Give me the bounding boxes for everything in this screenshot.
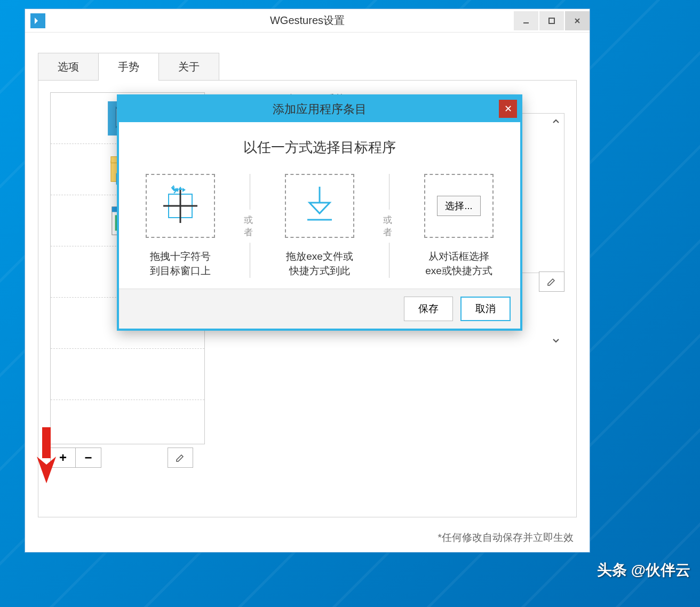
add-app-dialog: 添加应用程序条目 ✕ 以任一方式选择目标程序 [117,94,522,331]
watermark-text: 头条 @伙伴云 [597,560,690,580]
method2-text: 拖放exe文件或 快捷方式到此 [269,250,370,278]
edit-gesture-button[interactable] [539,271,564,292]
method3-text: 从对话框选择 exe或快捷方式 [408,250,510,278]
remove-app-button[interactable]: − [76,448,101,468]
settings-window: WGestures设置 选项 手势 关于 [25,9,590,553]
annotation-arrow-icon [30,422,62,486]
svg-rect-14 [42,427,51,458]
tab-options[interactable]: 选项 [38,53,99,81]
tab-gestures[interactable]: 手势 [98,53,159,81]
exe-drop-zone[interactable] [285,174,354,238]
method1-text: 拖拽十字符号 到目标窗口上 [130,250,231,278]
divider: 或者 [244,174,257,278]
browse-zone: 选择... [424,174,494,238]
svg-marker-20 [182,188,186,192]
dialog-title: 添加应用程序条目 [273,101,367,117]
footer-note: *任何修改自动保存并立即生效 [438,531,574,545]
window-title: WGestures设置 [25,13,590,28]
app-item-empty[interactable] [51,400,204,444]
tab-bar: 选项 手势 关于 [38,53,577,81]
tab-about[interactable]: 关于 [158,53,219,81]
dialog-heading: 以任一方式选择目标程序 [130,138,510,157]
browse-button[interactable]: 选择... [437,196,480,216]
dialog-close-button[interactable]: ✕ [499,100,517,118]
divider: 或者 [383,174,396,278]
app-item-empty[interactable] [51,349,204,400]
method-browse: 选择... 从对话框选择 exe或快捷方式 [408,174,510,278]
titlebar: WGestures设置 [25,9,590,33]
cancel-button[interactable]: 取消 [460,297,511,321]
scroll-up-button[interactable] [549,115,563,129]
method-drop-exe: 拖放exe文件或 快捷方式到此 [269,174,370,278]
dialog-titlebar: 添加应用程序条目 ✕ [119,97,520,122]
method-drag-crosshair: 拖拽十字符号 到目标窗口上 [130,174,231,278]
save-button[interactable]: 保存 [404,297,453,321]
scroll-down-button[interactable] [549,333,563,347]
crosshair-drop-zone[interactable] [146,174,215,238]
edit-app-button[interactable] [168,448,193,468]
